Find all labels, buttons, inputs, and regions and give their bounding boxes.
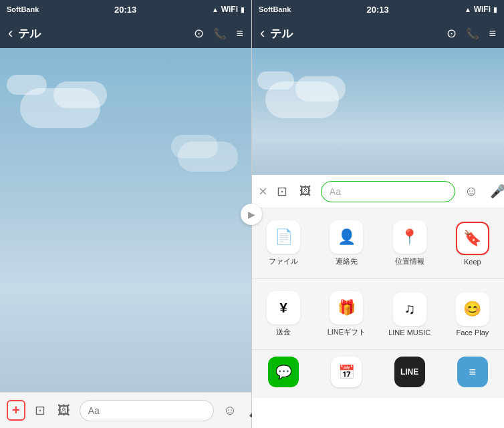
input-row-right: × ⊡ 🖼 ☺ 🎤 <box>252 175 504 208</box>
grid-item-music[interactable]: ♫ LINE MUSIC <box>378 284 441 344</box>
phone-icon-right[interactable]: 📞 <box>466 27 479 40</box>
app-icon-line[interactable]: 💬 <box>252 353 315 391</box>
plus-button[interactable]: + <box>7 400 25 421</box>
bottom-app-row: 💬 📅 LINE ≡ <box>252 349 504 398</box>
menu-icon-right[interactable]: ≡ <box>489 27 496 41</box>
gift-label: LINEギフト <box>328 327 366 337</box>
search-icon-left[interactable]: ⊙ <box>194 26 204 41</box>
calendar-icon: 📅 <box>331 357 362 387</box>
file-icon-circle: 📄 <box>267 220 300 254</box>
status-icons-left: ▲ WiFi ▮ <box>212 5 245 14</box>
battery-icon-right: ▮ <box>493 6 497 13</box>
menu-icon-left[interactable]: ≡ <box>236 27 243 41</box>
carrier-left: SoftBank <box>7 5 39 13</box>
status-bar-left: SoftBank 20:13 ▲ WiFi ▮ <box>0 0 251 19</box>
remit-label: 送金 <box>276 327 291 337</box>
location-label: 位置情報 <box>395 256 424 266</box>
grid-item-faceplay[interactable]: 😊 Face Play <box>441 284 504 344</box>
list-icon: ≡ <box>457 357 488 387</box>
mic-button-right[interactable]: 🎤 <box>487 181 504 202</box>
bottom-toolbar-left: + ⊡ 🖼 ☺ 🎤 <box>0 392 251 428</box>
grid-item-location[interactable]: 📍 位置情報 <box>378 214 441 273</box>
faceplay-label: Face Play <box>456 329 489 337</box>
image-button-left[interactable]: 🖼 <box>55 401 73 421</box>
grid-menu-row1: 📄 ファイル 👤 連絡先 📍 位置情報 🔖 Keep <box>252 208 504 278</box>
location-icon-circle: 📍 <box>393 220 426 254</box>
nav-icons-right: ⊙ 📞 ≡ <box>447 26 496 41</box>
remit-icon-circle: ¥ <box>267 291 300 325</box>
keep-label: Keep <box>464 258 481 266</box>
grid-menu-row2: ¥ 送金 🎁 LINEギフト ♫ LINE MUSIC 😊 Face Play <box>252 278 504 349</box>
arrow-icon: ▶ <box>248 209 255 220</box>
wifi-icon-right: WiFi <box>474 5 491 14</box>
line-chat-icon: 💬 <box>268 357 299 387</box>
search-icon-right[interactable]: ⊙ <box>447 26 457 41</box>
grid-item-gift[interactable]: 🎁 LINEギフト <box>315 284 378 344</box>
status-bar-right: SoftBank 20:13 ▲ WiFi ▮ <box>252 0 504 19</box>
image-button-right[interactable]: 🖼 <box>297 182 314 201</box>
phone-icon-left[interactable]: 📞 <box>213 27 227 40</box>
time-left: 20:13 <box>114 5 136 15</box>
keep-icon-circle: 🔖 <box>456 222 489 255</box>
nav-bar-right: ‹ テル ⊙ 📞 ≡ <box>252 19 504 48</box>
contact-label: 連絡先 <box>336 256 358 266</box>
faceplay-icon-circle: 😊 <box>456 292 489 326</box>
emoji-button-right[interactable]: ☺ <box>462 181 481 202</box>
app-icon-list[interactable]: ≡ <box>441 353 504 391</box>
message-input-right[interactable] <box>321 181 455 202</box>
back-button-right[interactable]: ‹ <box>260 25 265 42</box>
contact-icon-circle: 👤 <box>330 220 363 254</box>
app-icon-calendar[interactable]: 📅 <box>315 353 378 391</box>
back-button-left[interactable]: ‹ <box>8 25 13 42</box>
gift-icon-circle: 🎁 <box>330 291 363 325</box>
wifi-icon-left: WiFi <box>221 5 238 14</box>
chat-area-right <box>252 48 504 175</box>
battery-icon-left: ▮ <box>241 6 245 13</box>
nav-icons-left: ⊙ 📞 ≡ <box>194 26 243 41</box>
app-icon-line-shopping[interactable]: LINE <box>378 353 441 391</box>
camera-button-left[interactable]: ⊡ <box>32 400 48 421</box>
nav-bar-left: ‹ テル ⊙ 📞 ≡ <box>0 19 251 48</box>
signal-icon-right: ▲ <box>465 6 471 13</box>
line-shopping-icon: LINE <box>394 357 425 387</box>
chat-title-left: テル <box>18 26 188 41</box>
message-input-left[interactable] <box>80 400 214 421</box>
camera-button-right[interactable]: ⊡ <box>274 181 290 202</box>
right-panel: SoftBank 20:13 ▲ WiFi ▮ ‹ テル ⊙ 📞 ≡ × ⊡ 🖼… <box>252 0 504 428</box>
time-right: 20:13 <box>366 5 388 15</box>
grid-item-keep[interactable]: 🔖 Keep <box>441 214 504 273</box>
arrow-separator: ▶ <box>241 204 262 225</box>
carrier-right: SoftBank <box>259 5 291 13</box>
music-label: LINE MUSIC <box>388 329 430 337</box>
chat-title-right: テル <box>270 26 441 41</box>
close-button[interactable]: × <box>259 183 267 200</box>
music-icon-circle: ♫ <box>393 292 426 326</box>
emoji-button-left[interactable]: ☺ <box>221 400 239 421</box>
grid-item-remit[interactable]: ¥ 送金 <box>252 284 315 344</box>
file-label: ファイル <box>269 256 298 266</box>
chat-area-left <box>0 48 251 392</box>
signal-icon-left: ▲ <box>212 6 219 13</box>
status-icons-right: ▲ WiFi ▮ <box>465 5 497 14</box>
grid-item-contact[interactable]: 👤 連絡先 <box>315 214 378 273</box>
grid-item-file[interactable]: 📄 ファイル <box>252 214 315 273</box>
